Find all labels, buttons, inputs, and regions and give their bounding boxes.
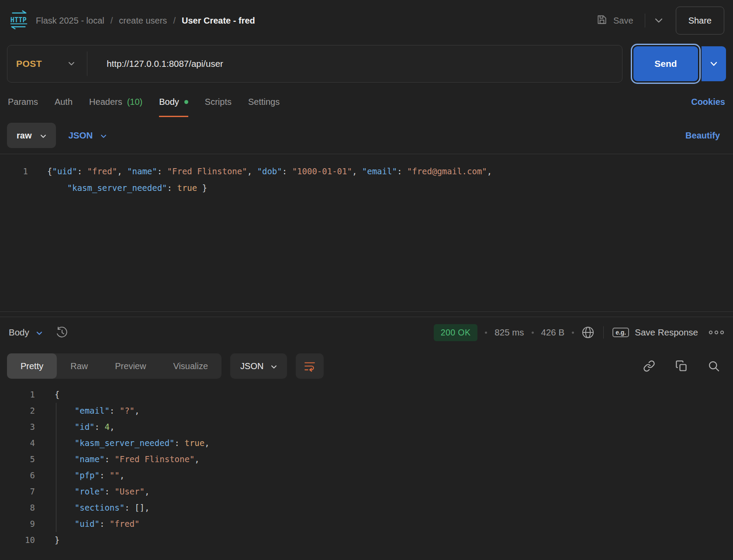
code-line: 7 "role": "User", xyxy=(0,484,733,500)
request-tabs: ParamsAuthHeaders(10)BodyScriptsSettings… xyxy=(0,86,733,117)
method-label: POST xyxy=(16,59,42,69)
save-response-label: Save Response xyxy=(635,327,698,338)
chevron-down-icon xyxy=(271,361,277,371)
code-line: 3 "id": 4, xyxy=(0,419,733,435)
request-url-row: POST Send xyxy=(0,41,733,86)
save-response-button[interactable]: e.g. Save Response xyxy=(612,327,698,338)
status-badge[interactable]: 200 OK xyxy=(434,324,478,341)
tab-headers[interactable]: Headers(10) xyxy=(89,86,142,117)
code-line: 6 "pfp": "", xyxy=(0,467,733,484)
breadcrumb-separator: / xyxy=(111,16,113,26)
tab-params[interactable]: Params xyxy=(8,86,38,117)
request-header: HTTP Flask 2025 - local / create users /… xyxy=(0,0,733,41)
svg-text:HTTP: HTTP xyxy=(10,16,27,24)
view-tab-pretty[interactable]: Pretty xyxy=(7,353,57,379)
url-bar: POST xyxy=(7,45,622,83)
response-body-viewer[interactable]: 1{2 "email": "?",3 "id": 4,4 "kasm_serve… xyxy=(0,384,733,560)
tab-body[interactable]: Body xyxy=(159,86,188,117)
tab-scripts[interactable]: Scripts xyxy=(205,86,232,117)
send-button-group: Send xyxy=(630,46,726,81)
view-tab-raw[interactable]: Raw xyxy=(57,353,101,379)
code-line: 9 "uid": "fred" xyxy=(0,516,733,532)
save-label: Save xyxy=(613,16,633,26)
breadcrumb-separator: / xyxy=(173,16,176,26)
body-mode-label: raw xyxy=(17,131,31,141)
body-mode-dropdown[interactable]: raw xyxy=(7,123,56,148)
send-button[interactable]: Send xyxy=(633,46,698,81)
breadcrumb-folder[interactable]: create users xyxy=(119,16,167,26)
indent-guide xyxy=(56,403,56,532)
separator-dot xyxy=(532,332,534,334)
save-button[interactable]: Save xyxy=(596,14,633,28)
chevron-down-icon xyxy=(36,327,42,338)
response-view-switch: PrettyRawPreviewVisualize xyxy=(7,353,221,379)
method-selector[interactable]: POST xyxy=(7,59,87,69)
view-tab-preview[interactable]: Preview xyxy=(101,353,159,379)
tab-auth[interactable]: Auth xyxy=(55,86,73,117)
meta-divider xyxy=(603,326,604,339)
cookies-link[interactable]: Cookies xyxy=(691,97,725,107)
network-globe-icon[interactable] xyxy=(581,326,595,339)
chevron-down-icon xyxy=(100,130,107,141)
url-input[interactable] xyxy=(87,59,622,69)
response-toolbar: PrettyRawPreviewVisualize JSON xyxy=(0,348,733,384)
code-line: 4 "kasm_server_needed": true, xyxy=(0,435,733,451)
response-language-label: JSON xyxy=(240,361,263,371)
response-time[interactable]: 825 ms xyxy=(494,327,524,338)
search-icon[interactable] xyxy=(708,360,720,372)
breadcrumb: Flask 2025 - local / create users / User… xyxy=(36,16,255,26)
separator-dot xyxy=(485,332,487,334)
example-icon: e.g. xyxy=(612,328,629,337)
response-tools xyxy=(643,360,726,372)
word-wrap-button[interactable] xyxy=(296,353,324,379)
chevron-down-icon xyxy=(40,131,46,141)
share-button[interactable]: Share xyxy=(676,7,724,35)
body-language-label: JSON xyxy=(68,130,93,141)
code-line: 8 "sections": [], xyxy=(0,500,733,516)
code-line: "kasm_server_needed": true } xyxy=(0,180,733,196)
header-divider xyxy=(645,14,645,28)
more-options-icon[interactable] xyxy=(709,330,724,335)
save-options-chevron-icon[interactable] xyxy=(655,18,663,23)
save-icon xyxy=(596,14,608,28)
response-body-label: Body xyxy=(9,327,29,338)
breadcrumb-request-name[interactable]: User Create - fred xyxy=(182,16,255,26)
send-options-chevron-icon[interactable] xyxy=(702,46,726,81)
code-line: 10} xyxy=(0,532,733,548)
separator-dot xyxy=(572,332,574,334)
code-line: 5 "name": "Fred Flinstone", xyxy=(0,451,733,467)
unsaved-dot-icon xyxy=(184,100,188,104)
view-tab-visualize[interactable]: Visualize xyxy=(159,353,221,379)
code-line: 2 "email": "?", xyxy=(0,403,733,419)
method-chevron-icon xyxy=(68,62,75,66)
request-body-editor[interactable]: 1{"uid": "fred", "name": "Fred Flinstone… xyxy=(0,154,733,311)
body-language-dropdown[interactable]: JSON xyxy=(68,130,107,141)
beautify-link[interactable]: Beautify xyxy=(685,131,726,141)
response-meta-row: Body 200 OK 825 ms 426 B xyxy=(0,317,733,348)
body-mode-row: raw JSON Beautify xyxy=(0,117,733,154)
response-size[interactable]: 426 B xyxy=(541,327,565,338)
response-body-dropdown[interactable]: Body xyxy=(9,327,42,338)
pane-splitter[interactable] xyxy=(0,311,733,317)
copy-icon[interactable] xyxy=(675,360,688,372)
response-language-dropdown[interactable]: JSON xyxy=(230,353,287,379)
code-line: 1{"uid": "fred", "name": "Fred Flinstone… xyxy=(0,163,733,180)
response-history-icon[interactable] xyxy=(55,326,69,339)
code-line: 1{ xyxy=(0,387,733,403)
http-method-icon: HTTP xyxy=(9,10,29,31)
app-window: HTTP Flask 2025 - local / create users /… xyxy=(0,0,733,560)
link-icon[interactable] xyxy=(643,360,655,372)
breadcrumb-collection[interactable]: Flask 2025 - local xyxy=(36,16,104,26)
tab-settings[interactable]: Settings xyxy=(248,86,280,117)
response-status-group: 200 OK 825 ms 426 B e.g. Save Response xyxy=(434,324,724,341)
